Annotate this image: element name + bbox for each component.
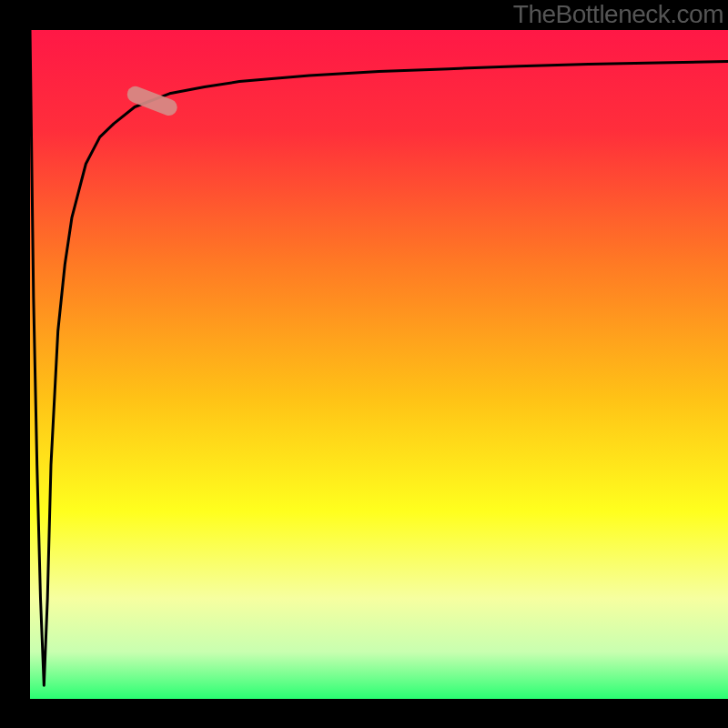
plot-background (30, 30, 728, 699)
chart-canvas (0, 0, 728, 728)
chart-root: TheBottleneck.com (0, 0, 728, 728)
